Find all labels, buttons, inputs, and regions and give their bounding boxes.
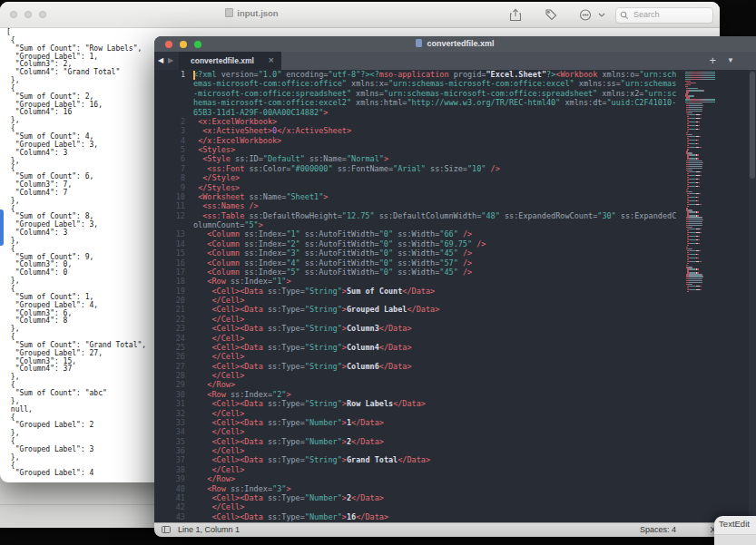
code-line: 28 </Cell>: [154, 371, 749, 380]
code-line: 7 <ss:Font ss:Color="#000000" ss:FontNam…: [154, 164, 749, 173]
code-line: 25 <Cell><Data ss:Type="String">Column4<…: [154, 343, 749, 352]
code-line: 15 <Column ss:Index="3" ss:AutoFitWidth=…: [154, 248, 749, 258]
minimap[interactable]: [685, 72, 716, 297]
line-number: 28: [154, 371, 193, 380]
code-line: 17 <Column ss:Index="5" ss:AutoFitWidth=…: [154, 268, 749, 277]
code-line: 30 <Row ss:Index="2">: [154, 390, 749, 399]
code-line: 5 <Styles>: [154, 145, 749, 154]
line-number: 29: [154, 380, 193, 389]
line-number: 39: [154, 474, 193, 483]
code-line: 33 <Cell><Data ss:Type="Number">1</Data>: [154, 418, 749, 427]
line-number: 35: [154, 437, 193, 446]
line-number: 1: [154, 70, 193, 79]
line-number: 17: [154, 268, 193, 277]
new-tab-button[interactable]: +: [709, 54, 716, 67]
scrollbar-track[interactable]: [749, 70, 756, 523]
line-number: 13: [154, 229, 193, 238]
window-title: convertedfile.xml: [154, 39, 756, 48]
line-number: 10: [154, 192, 193, 201]
code-line: 37 <Cell><Data ss:Type="String">Grand To…: [154, 455, 749, 464]
tab-list-menu-icon[interactable]: ▼: [727, 56, 734, 64]
code-editor[interactable]: 1<?xml version="1.0" encoding="utf-8"?><…: [154, 70, 749, 523]
line-number: 43: [154, 512, 193, 521]
code-line: 2 <x:ExcelWorkbook>: [154, 117, 749, 126]
code-line: 24 </Cell>: [154, 334, 749, 343]
line-number: 34: [154, 427, 193, 436]
tab-label: convertedfile.xml: [191, 56, 254, 65]
line-number: 32: [154, 409, 193, 418]
code-line: 6 <Style ss:ID="Default" ss:Name="Normal…: [154, 154, 749, 163]
forward-button[interactable]: ▶: [168, 56, 173, 65]
line-number: 42: [154, 502, 193, 511]
line-number: 11: [154, 201, 193, 210]
tag-icon[interactable]: [544, 8, 558, 22]
code-line: 1<?xml version="1.0" encoding="utf-8"?><…: [154, 70, 749, 117]
code-line: 10 <Worksheet ss:Name="Sheet1">: [154, 192, 749, 201]
code-line: 39 </Row>: [154, 474, 749, 483]
line-number: 6: [154, 154, 193, 163]
indent-setting[interactable]: Spaces: 4: [640, 525, 676, 534]
scrollbar-thumb[interactable]: [750, 72, 755, 179]
search-field[interactable]: [615, 7, 713, 24]
line-number: 16: [154, 258, 193, 268]
line-number: 36: [154, 446, 193, 455]
line-number: 4: [154, 136, 193, 145]
line-number: 18: [154, 277, 193, 286]
textedit-body: [714, 534, 756, 545]
code-line: 31 <Cell><Data ss:Type="String">Row Labe…: [154, 399, 749, 408]
line-number: 38: [154, 465, 193, 474]
json-window-toolbar: input.json: [0, 2, 720, 28]
code-line: 38 </Cell>: [154, 465, 749, 474]
line-number: 2: [154, 117, 193, 126]
line-number: 40: [154, 484, 193, 493]
line-number: 19: [154, 287, 193, 296]
line-number: 9: [154, 183, 193, 192]
status-bar: Line 1, Column 1 Spaces: 4 XML: [154, 522, 756, 537]
close-button[interactable]: [10, 11, 17, 18]
ellipsis-circle-icon[interactable]: [579, 8, 594, 22]
edge-indicator: [0, 209, 4, 246]
code-line: 13 <Column ss:Index="1" ss:AutoFitWidth=…: [154, 229, 749, 238]
code-line: 42 </Cell>: [154, 502, 749, 511]
file-icon: [416, 39, 422, 47]
search-input[interactable]: [632, 9, 712, 20]
back-button[interactable]: ◀: [158, 56, 163, 65]
code-line: 4 </x:ExcelWorkbook>: [154, 136, 749, 145]
json-document-text[interactable]: [ { "Sum of Count": "Row Labels", "Group…: [6, 29, 139, 478]
chevron-down-icon[interactable]: [597, 8, 606, 22]
tab-bar: ◀ ▶ convertedfile.xml × + ▼: [154, 52, 756, 70]
line-number: 3: [154, 126, 193, 135]
code-line: 14 <Column ss:Index="2" ss:AutoFitWidth=…: [154, 239, 749, 248]
textedit-window-fragment[interactable]: TextEdit: [714, 516, 756, 545]
line-number: 27: [154, 362, 193, 371]
share-icon[interactable]: [508, 8, 523, 22]
zoom-button[interactable]: [39, 11, 46, 18]
line-number: 41: [154, 493, 193, 502]
line-number: 7: [154, 164, 193, 173]
line-number: 22: [154, 315, 193, 324]
document-layout-icon[interactable]: [162, 526, 171, 533]
code-line: 34 </Cell>: [154, 427, 749, 436]
textedit-title: TextEdit: [714, 519, 754, 529]
line-number: 12: [154, 211, 193, 220]
code-line: 35 <Cell><Data ss:Type="Number">2</Data>: [154, 437, 749, 446]
line-number: 23: [154, 324, 193, 333]
line-number: 25: [154, 343, 193, 352]
code-line: 3 <x:ActiveSheet>0</x:ActiveSheet>: [154, 126, 749, 135]
editor-titlebar: convertedfile.xml: [154, 36, 756, 52]
code-line: 40 <Row ss:Index="3">: [154, 484, 749, 493]
tab-convertedfile[interactable]: convertedfile.xml ×: [179, 52, 281, 70]
line-number: 8: [154, 173, 193, 182]
close-tab-icon[interactable]: ×: [269, 54, 274, 65]
line-number: 5: [154, 145, 193, 154]
code-line: 18 <Row ss:Index="1">: [154, 277, 749, 286]
code-line: 43 <Cell><Data ss:Type="Number">16</Data…: [154, 512, 749, 521]
code-line: 9 </Styles>: [154, 183, 749, 192]
code-line: 19 <Cell><Data ss:Type="String">Sum of C…: [154, 287, 749, 296]
search-icon: [620, 11, 629, 20]
code-line: 16 <Column ss:Index="4" ss:AutoFitWidth=…: [154, 258, 749, 268]
minimize-button[interactable]: [25, 11, 32, 18]
document-icon: [225, 8, 233, 17]
code-line: 23 <Cell><Data ss:Type="String">Column3<…: [154, 324, 749, 333]
code-line: 26 </Cell>: [154, 352, 749, 361]
